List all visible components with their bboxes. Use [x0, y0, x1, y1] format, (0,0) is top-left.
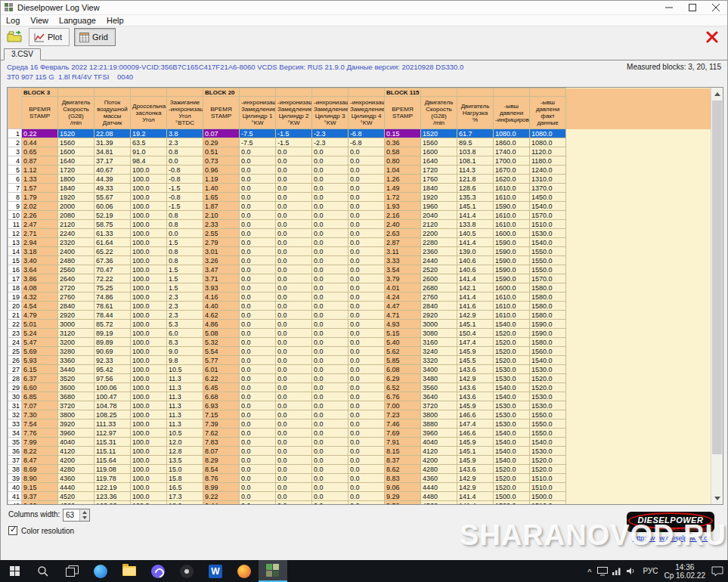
- column-header[interactable]: Поток воздушной массы Датчик: [94, 97, 131, 129]
- grid-cell[interactable]: 1240.0: [530, 166, 566, 175]
- row-number[interactable]: 25: [8, 347, 22, 356]
- grid-cell[interactable]: 2360: [421, 247, 457, 256]
- grid-cell[interactable]: 1.5: [167, 265, 203, 274]
- grid-cell[interactable]: 1610.0: [494, 193, 530, 202]
- grid-cell[interactable]: 0.0: [349, 383, 385, 392]
- grid-cell[interactable]: 2.71: [22, 229, 58, 238]
- grid-cell[interactable]: 1580.0: [530, 302, 566, 311]
- grid-cell[interactable]: 0.0: [240, 365, 276, 374]
- grid-cell[interactable]: 108.1: [457, 156, 494, 166]
- grid-cell[interactable]: 0.0: [349, 229, 385, 238]
- grid-cell[interactable]: 1.65: [203, 193, 240, 202]
- grid-cell[interactable]: 6.08: [385, 365, 421, 374]
- grid-cell[interactable]: 0.0: [312, 419, 349, 429]
- grid-cell[interactable]: -2.3: [312, 129, 349, 138]
- grid-cell[interactable]: 0.0: [349, 447, 385, 456]
- grid-cell[interactable]: 100.06: [94, 383, 131, 392]
- grid-cell[interactable]: 6.45: [203, 383, 240, 392]
- grid-cell[interactable]: 7.30: [22, 410, 58, 419]
- grid-cell[interactable]: 142.9: [457, 474, 494, 483]
- column-header[interactable]: Двигатель Скорость (G28) /min: [421, 97, 457, 129]
- grid-cell[interactable]: 9.37: [22, 492, 58, 501]
- grid-cell[interactable]: 10.5: [167, 365, 203, 374]
- grid-cell[interactable]: 2680: [421, 283, 457, 293]
- row-number[interactable]: 14: [8, 247, 22, 256]
- grid-cell[interactable]: 0.0: [312, 356, 349, 365]
- grid-cell[interactable]: 100.0: [131, 283, 167, 293]
- grid-cell[interactable]: 0.0: [276, 156, 312, 166]
- grid-cell[interactable]: 52.19: [94, 211, 131, 220]
- grid-cell[interactable]: 37.17: [94, 156, 131, 166]
- grid-cell[interactable]: 0.0: [276, 383, 312, 392]
- grid-cell[interactable]: 1520.0: [494, 356, 530, 365]
- grid-cell[interactable]: 1610.0: [494, 293, 530, 302]
- grid-cell[interactable]: 2280: [421, 238, 457, 247]
- grid-cell[interactable]: 3800: [58, 410, 94, 419]
- grid-cell[interactable]: 0.0: [349, 302, 385, 311]
- grid-cell[interactable]: 5.08: [203, 329, 240, 338]
- grid-button[interactable]: Grid: [74, 28, 116, 46]
- grid-cell[interactable]: -0.8: [167, 166, 203, 175]
- grid-cell[interactable]: 2.3: [167, 311, 203, 320]
- grid-cell[interactable]: 1.26: [385, 175, 421, 184]
- grid-cell[interactable]: 0.0: [276, 265, 312, 274]
- grid-cell[interactable]: 4040: [58, 438, 94, 447]
- row-number[interactable]: 27: [8, 365, 22, 374]
- file-explorer-button[interactable]: [115, 560, 144, 582]
- network-tray-icon[interactable]: [612, 567, 622, 575]
- grid-cell[interactable]: 0.0: [349, 256, 385, 265]
- grid-cell[interactable]: 1080.0: [494, 129, 530, 138]
- grid-cell[interactable]: 5.69: [22, 347, 58, 356]
- grid-cell[interactable]: 0.0: [349, 419, 385, 429]
- grid-cell[interactable]: 6.60: [22, 383, 58, 392]
- grid-cell[interactable]: 103.8: [457, 147, 494, 156]
- grid-cell[interactable]: 0.0: [276, 211, 312, 220]
- tab-3csv[interactable]: 3.CSV: [4, 48, 41, 60]
- grid-cell[interactable]: 0.0: [312, 229, 349, 238]
- grid-cell[interactable]: 0.0: [240, 166, 276, 175]
- grid-cell[interactable]: 0.0: [312, 429, 349, 438]
- grid-cell[interactable]: 1590.0: [494, 265, 530, 274]
- grid-cell[interactable]: 49.33: [94, 184, 131, 193]
- grid-cell[interactable]: 1550.0: [530, 429, 566, 438]
- grid-cell[interactable]: 61.7: [457, 129, 494, 138]
- grid-cell[interactable]: 2.3: [167, 138, 203, 147]
- grid-cell[interactable]: 3160: [421, 338, 457, 347]
- grid-cell[interactable]: 0.0: [349, 220, 385, 229]
- column-header[interactable]: -инхронизаши Замедление Цилиндр 3 °KW: [312, 97, 349, 129]
- grid-cell[interactable]: 8.90: [22, 474, 58, 483]
- grid-cell[interactable]: 0.0: [240, 474, 276, 483]
- grid-cell[interactable]: 100.0: [131, 438, 167, 447]
- grid-cell[interactable]: 1510.0: [530, 220, 566, 229]
- grid-cell[interactable]: 0.0: [312, 166, 349, 175]
- grid-cell[interactable]: 1560: [421, 138, 457, 147]
- grid-cell[interactable]: 3640: [421, 392, 457, 401]
- grid-cell[interactable]: 0.0: [349, 410, 385, 419]
- grid-cell[interactable]: 0.0: [240, 374, 276, 383]
- grid-cell[interactable]: 1550.0: [530, 256, 566, 265]
- grid-cell[interactable]: 1370.0: [530, 184, 566, 193]
- row-number[interactable]: 28: [8, 374, 22, 383]
- grid-cell[interactable]: 100.0: [131, 320, 167, 329]
- grid-cell[interactable]: 0.0: [312, 347, 349, 356]
- grid-cell[interactable]: 7.62: [203, 429, 240, 438]
- grid-cell[interactable]: 145.9: [457, 438, 494, 447]
- grid-cell[interactable]: 0.0: [276, 311, 312, 320]
- grid-cell[interactable]: 1540.0: [494, 456, 530, 465]
- grid-cell[interactable]: 0.0: [312, 293, 349, 302]
- grid-cell[interactable]: 9.0: [167, 347, 203, 356]
- grid-cell[interactable]: 0.36: [385, 138, 421, 147]
- grid-cell[interactable]: 1610.0: [494, 211, 530, 220]
- grid-cell[interactable]: 100.0: [131, 256, 167, 265]
- grid-cell[interactable]: 0.0: [312, 456, 349, 465]
- grid-cell[interactable]: 0.0: [349, 429, 385, 438]
- grid-cell[interactable]: 2.63: [385, 229, 421, 238]
- grid-cell[interactable]: 8.54: [203, 465, 240, 474]
- grid-cell[interactable]: 1570.0: [530, 211, 566, 220]
- grid-cell[interactable]: -7.5: [240, 138, 276, 147]
- grid-cell[interactable]: 100.0: [131, 229, 167, 238]
- grid-cell[interactable]: 1080.0: [530, 138, 566, 147]
- grid-cell[interactable]: 0.0: [240, 211, 276, 220]
- grid-cell[interactable]: 1720: [58, 166, 94, 175]
- grid-cell[interactable]: 6.37: [22, 374, 58, 383]
